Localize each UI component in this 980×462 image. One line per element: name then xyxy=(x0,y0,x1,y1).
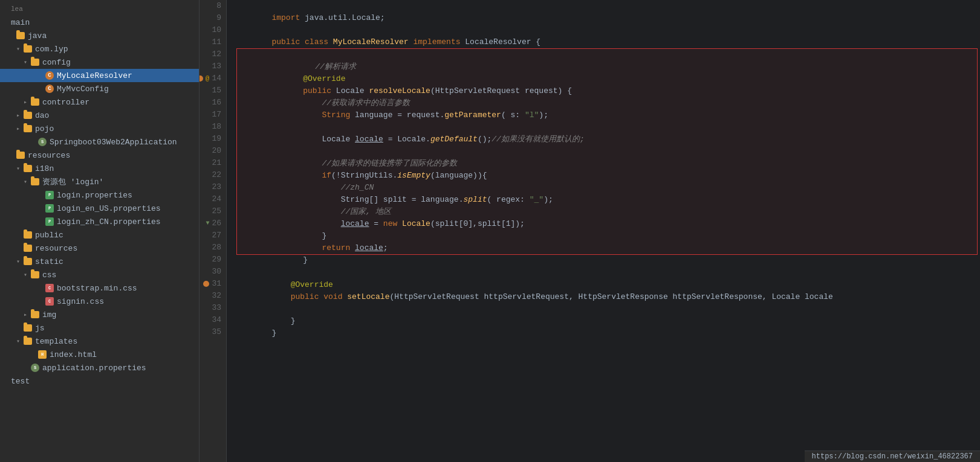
folder-icon-static xyxy=(23,257,33,266)
editor: 8 9 10 11 12 13 @ 14 15 16 17 18 19 20 2… xyxy=(200,0,980,462)
code-line-14: public Locale resolveLocale(HttpServletR… xyxy=(237,73,977,85)
folder-icon-comlyp xyxy=(23,44,33,54)
statusbar: https://blog.csdn.net/weixin_46822367 xyxy=(805,451,980,462)
line-num-27: 27 xyxy=(204,229,221,242)
sidebar-item-comlyp[interactable]: com.lyp xyxy=(0,42,199,56)
line-num-19: 19 xyxy=(204,133,221,145)
indent-14 xyxy=(284,86,303,95)
sidebar-item-login-en[interactable]: P login_en_US.properties xyxy=(0,202,199,215)
sidebar-item-static[interactable]: static xyxy=(0,255,199,268)
folder-icon-dao xyxy=(23,111,33,120)
statusbar-url: https://blog.csdn.net/weixin_46822367 xyxy=(812,452,973,461)
paren-21: (! xyxy=(331,171,341,180)
css-icon-signin: C xyxy=(45,297,54,306)
sidebar-item-bootstrap[interactable]: C bootstrap.min.css xyxy=(0,281,199,295)
sidebar-label-img: img xyxy=(42,310,56,319)
line-num-11: 11 xyxy=(204,36,221,48)
sidebar-label-index-html: index.html xyxy=(50,350,97,359)
eq-25: = xyxy=(369,219,383,228)
sidebar-item-lea: lea xyxy=(0,2,199,16)
sidebar-item-dao[interactable]: dao xyxy=(0,109,199,122)
sidebar-item-login-props[interactable]: P login.properties xyxy=(0,188,199,202)
comment-24: //国家, 地区 xyxy=(284,207,391,216)
line-num-21: 21 xyxy=(204,157,221,169)
sidebar-label-bootstrap: bootstrap.min.css xyxy=(57,284,137,293)
sidebar-label-login-pkg: 资源包 'login' xyxy=(42,176,103,187)
sidebar-item-resources-sub[interactable]: resources xyxy=(0,242,199,255)
html-icon-index: H xyxy=(37,350,47,359)
gutter-dot-14 xyxy=(200,75,203,82)
plain-java-util: java.util.Locale; xyxy=(305,13,385,22)
line-num-22: 22 xyxy=(204,169,221,181)
sidebar-item-img[interactable]: img xyxy=(0,308,199,321)
line-num-28: 28 xyxy=(204,242,221,254)
sidebar-item-js[interactable]: js xyxy=(0,321,199,335)
sidebar-label-templates: templates xyxy=(35,337,77,346)
fn-locale-25: Locale xyxy=(402,219,430,228)
sidebar-item-test[interactable]: test xyxy=(0,374,199,388)
sidebar-item-index-html[interactable]: H index.html xyxy=(0,348,199,361)
folder-icon-pojo xyxy=(23,124,33,133)
comment-15: //获取请求中的语言参数 xyxy=(284,98,410,107)
sidebar-label-springboot: Springboot03Web2Application xyxy=(50,138,177,147)
fn-resolvelocale: resolveLocale xyxy=(369,86,430,95)
arrow-pojo xyxy=(15,125,22,132)
class-mylocaleresolver: MyLocaleResolver xyxy=(333,37,414,47)
sidebar-label-css: css xyxy=(42,271,56,280)
paren-close-16: ); xyxy=(539,111,548,120)
line-num-18: 18 xyxy=(204,121,221,133)
folder-icon-templates xyxy=(23,336,33,346)
folder-icon-public xyxy=(23,230,33,240)
fn-getdefault: getDefault xyxy=(430,135,478,144)
code-line-10: public class MyLocaleResolver implements… xyxy=(234,24,980,36)
java-icon-mylocaleresolver: C xyxy=(45,71,54,80)
sidebar-item-css[interactable]: css xyxy=(0,268,199,281)
line-num-33: 33 xyxy=(204,302,221,314)
httprequest-14: HttpServletRequest xyxy=(435,86,520,95)
type-string-23: String[] split = language. xyxy=(341,195,464,204)
line-num-13: 13 xyxy=(204,60,221,72)
kw-implements: implements xyxy=(413,37,465,47)
sidebar-label-app-props: application.properties xyxy=(42,364,146,373)
java-icon-mymvcconfig: C xyxy=(45,84,54,94)
sidebar-item-public[interactable]: public xyxy=(0,228,199,242)
sidebar-item-login-zh[interactable]: P login_zh_CN.properties xyxy=(0,215,199,228)
sidebar: lea main ▾ java com.lyp config C MyLocal… xyxy=(0,0,200,462)
sidebar-item-login-pkg[interactable]: 资源包 'login' xyxy=(0,175,199,188)
code-line-12: //解析请求 xyxy=(237,49,977,61)
sidebar-item-pojo[interactable]: pojo xyxy=(0,122,199,135)
comment-18: //如果没有就使用默认的; xyxy=(492,135,584,144)
annotation-override-30: @Override xyxy=(271,280,333,289)
line-num-25: 25 xyxy=(204,205,221,217)
call-23b: ); xyxy=(544,195,553,204)
fn-split: split xyxy=(463,195,487,204)
sidebar-item-mylocaleresolver[interactable]: C MyLocaleResolver xyxy=(0,69,199,82)
sidebar-item-i18n[interactable]: i18n xyxy=(0,162,199,175)
sidebar-item-controller[interactable]: controller xyxy=(0,95,199,109)
sidebar-item-resources-main[interactable]: resources xyxy=(0,149,199,162)
sidebar-item-mymvcconfig[interactable]: C MyMvcConfig xyxy=(0,82,199,95)
indent-16 xyxy=(284,111,322,120)
code-line-30: @Override xyxy=(234,267,980,279)
sidebar-item-app-props[interactable]: S application.properties xyxy=(0,361,199,374)
sidebar-label-resources: resources xyxy=(28,151,70,160)
sidebar-label-js: js xyxy=(35,324,45,333)
folder-icon-i18n xyxy=(23,164,33,173)
sidebar-item-templates[interactable]: templates xyxy=(0,335,199,348)
sidebar-label-mymvcconfig: MyMvcConfig xyxy=(57,85,109,94)
sidebar-label-test: test xyxy=(11,377,30,386)
line-num-9: 9 xyxy=(204,12,221,24)
code-lines[interactable]: import java.util.Locale; public class My… xyxy=(227,0,980,462)
sidebar-item-springboot[interactable]: S Springboot03Web2Application xyxy=(0,135,199,149)
fn-isempty: isEmpty xyxy=(397,171,430,180)
arrow-img xyxy=(22,311,29,318)
app-icon-springboot: S xyxy=(37,137,47,147)
stringutils-21: StringUtils. xyxy=(341,171,398,180)
gutter-at-14: @ xyxy=(206,72,210,85)
str-underscore: "_" xyxy=(530,195,544,204)
sidebar-label-dao: dao xyxy=(35,111,49,120)
line-num-34: 34 xyxy=(204,314,221,326)
sidebar-item-signin-css[interactable]: C signin.css xyxy=(0,295,199,308)
sidebar-item-java[interactable]: ▾ java xyxy=(0,29,199,42)
sidebar-item-config[interactable]: config xyxy=(0,56,199,69)
